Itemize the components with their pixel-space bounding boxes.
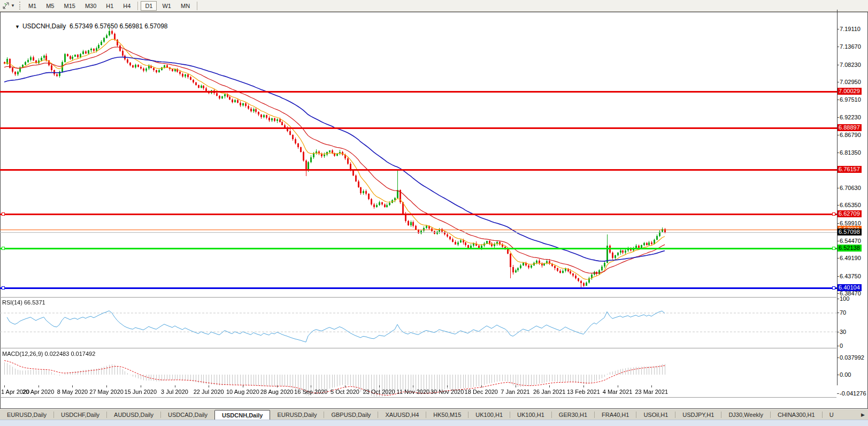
rsi-label: RSI(14) 66.5371 (2, 299, 45, 306)
date-tick: 26 Jan 2021 (533, 389, 566, 395)
chart-tab-UK100-H1[interactable]: UK100,H1 (510, 409, 551, 420)
rsi-tick: 70 (840, 309, 846, 316)
chart-tab-EURUSD-Daily[interactable]: EURUSD,Daily (270, 409, 324, 420)
date-tick: 18 Dec 2020 (465, 389, 498, 395)
date-tick-mark (447, 385, 448, 387)
date-tick-mark (175, 385, 175, 387)
timeframe-bar: M1M5M15M30H1H4D1W1MN (24, 1, 199, 11)
date-tick: 30 Nov 2020 (431, 389, 464, 395)
rsi-tick: 100 (840, 295, 849, 302)
toolbar-separator (197, 2, 197, 10)
chart-tab-UK100-H1[interactable]: UK100,H1 (468, 409, 510, 420)
pane-separator[interactable] (0, 297, 836, 298)
price-tick: 6.70630 (840, 185, 861, 191)
chart-tab-DJ30-Weekly[interactable]: DJ30,Weekly (721, 409, 770, 420)
price-tick: 6.49190 (840, 255, 861, 261)
chart-tab-HK50-M15[interactable]: HK50,M15 (426, 409, 468, 420)
price-line-label: 6.76157 (838, 166, 862, 173)
date-tick-mark (583, 385, 584, 387)
price-line-label: 6.88897 (838, 124, 862, 131)
rsi-tick: 0 (840, 343, 843, 349)
date-tick: 23 Mar 2021 (635, 389, 668, 395)
tool-dropdown-caret[interactable]: ▼ (11, 3, 15, 8)
price-line-label: 6.52138 (838, 245, 862, 252)
date-tick: 27 May 2020 (89, 389, 124, 395)
price-tick: 6.81350 (840, 149, 861, 156)
price-tick: 6.54470 (840, 238, 861, 244)
chart-tab-EURUSD-Daily[interactable]: EURUSD,Daily (0, 409, 53, 420)
price-tick: 6.43750 (840, 273, 861, 279)
timeframe-button-D1[interactable]: D1 (141, 1, 157, 11)
date-tick-mark (516, 385, 516, 387)
chart-tab-bar: EURUSD,DailyUSDCHF,DailyAUDUSD,DailyUSDC… (0, 409, 868, 420)
pane-separator[interactable] (0, 348, 836, 348)
price-axis-line (837, 10, 838, 385)
rsi-tick: 30 (840, 329, 846, 335)
timeframe-button-M5[interactable]: M5 (42, 1, 58, 11)
date-tick: 15 Jun 2020 (125, 389, 157, 395)
chart-tab-CHINA300-H1[interactable]: CHINA300,H1 (771, 409, 822, 420)
date-tick: 23 Oct 2020 (363, 389, 395, 395)
chart-shift-tool-icon[interactable] (2, 2, 10, 10)
date-tick-mark (106, 385, 107, 387)
chart-tab-AUDUSD-Daily[interactable]: AUDUSD,Daily (107, 409, 160, 420)
date-tick: 28 Aug 2020 (260, 389, 294, 395)
chart-tab-USDCHF-Daily[interactable]: USDCHF,Daily (54, 409, 106, 420)
price-tick: 7.13670 (840, 43, 861, 50)
timeframe-button-MN[interactable]: MN (176, 1, 194, 11)
chart-tab-XAUUSD-H4[interactable]: XAUUSD,H4 (378, 409, 426, 420)
date-tick-mark (243, 385, 243, 387)
chart-tab-USDCAD-Daily[interactable]: USDCAD,Daily (161, 409, 214, 420)
date-tick-mark (651, 385, 652, 387)
price-tick: 7.19110 (840, 26, 861, 32)
timeframe-button-M15[interactable]: M15 (59, 1, 79, 11)
price-line-label: 6.40104 (838, 284, 862, 291)
chart-tab-GBPUSD-Daily[interactable]: GBPUSD,Daily (324, 409, 378, 420)
toolbar: ▼ M1M5M15M30H1H4D1W1MN (0, 0, 868, 12)
timeframe-button-W1[interactable]: W1 (158, 1, 175, 11)
date-tick-mark (481, 385, 482, 387)
mt4-window: ▼ M1M5M15M30H1H4D1W1MN ▼USDCNH,Daily 6.5… (0, 0, 868, 426)
tab-scroll-right-arrow[interactable]: ▶ (858, 409, 868, 420)
date-tick-mark (277, 385, 278, 387)
price-line-label: 6.57098 (838, 229, 862, 235)
chart-tab-USOil-H1[interactable]: USOil,H1 (636, 409, 675, 420)
price-line-label: 6.62709 (838, 210, 862, 217)
timeframe-button-H1[interactable]: H1 (102, 1, 118, 11)
date-tick-mark (379, 385, 380, 387)
chart-tab-USDJPY-H1[interactable]: USDJPY,H1 (675, 409, 721, 420)
date-tick-mark (39, 385, 39, 387)
price-tick: 6.65350 (840, 202, 861, 208)
date-tick-mark (345, 385, 345, 387)
timeframe-button-M1[interactable]: M1 (24, 1, 41, 11)
timeframe-button-H4[interactable]: H4 (119, 1, 135, 11)
date-tick: 13 Feb 2021 (567, 389, 600, 395)
date-tick-mark (618, 385, 618, 387)
date-tick: 22 Jul 2020 (194, 389, 224, 395)
price-tick: 7.08230 (840, 62, 861, 68)
chart-tab-USDCNH-Daily[interactable]: USDCNH,Daily (214, 410, 270, 420)
macd-tick: -0.041276 (840, 390, 866, 397)
toolbar-grip[interactable] (19, 2, 20, 10)
date-tick: 4 Mar 2021 (603, 389, 633, 395)
chart-tab-U[interactable]: U (823, 409, 841, 420)
date-tick-mark (4, 385, 5, 387)
date-tick: 7 Jan 2021 (501, 389, 529, 395)
price-tick: 7.02950 (840, 79, 861, 85)
macd-label: MACD(12,26,9) 0.022483 0.017492 (2, 351, 95, 357)
status-strip (0, 420, 868, 426)
price-line-label: 7.00029 (838, 88, 862, 95)
main-chart-canvas[interactable] (0, 22, 837, 297)
chart-tab-GER30-H1[interactable]: GER30,H1 (552, 409, 594, 420)
timeframe-button-M30[interactable]: M30 (81, 1, 101, 11)
date-tick-mark (72, 385, 73, 387)
date-tick: 11 Nov 2020 (397, 389, 430, 395)
toolbar-separator (137, 2, 138, 10)
rsi-panel-canvas[interactable] (0, 298, 837, 347)
chart-tab-FRA40-H1[interactable]: FRA40,H1 (595, 409, 636, 420)
date-tick-mark (311, 385, 311, 387)
date-tick: 20 Apr 2020 (22, 389, 54, 395)
date-tick: 8 May 2020 (57, 389, 88, 395)
date-tick-mark (141, 385, 141, 387)
date-tick: 3 Jul 2020 (161, 389, 188, 395)
